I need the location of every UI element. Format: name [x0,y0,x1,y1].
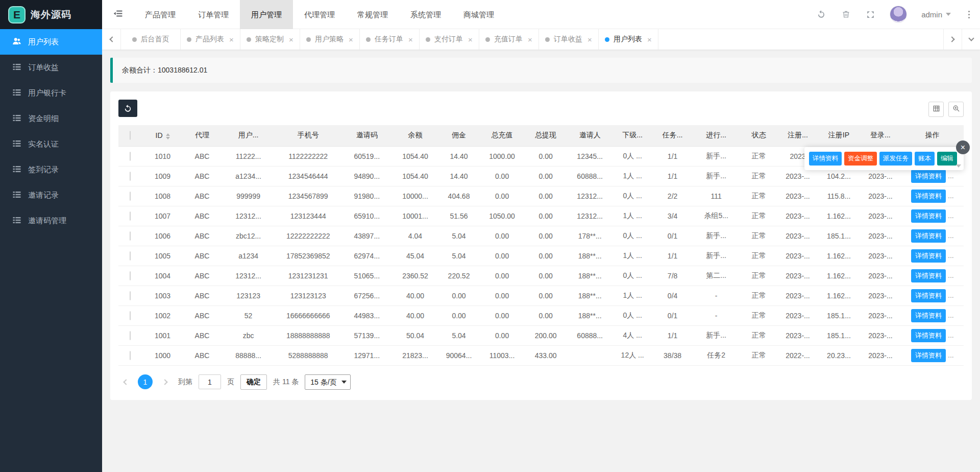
column-settings-button[interactable] [928,102,944,117]
column-header-代理[interactable]: 代理 [183,125,221,146]
popup-button-账本[interactable]: 账本 [915,152,935,166]
details-button[interactable]: 详情资料 [911,349,946,362]
more-dots-icon[interactable] [965,10,973,19]
column-header-用户...[interactable]: 用户... [222,125,276,146]
tab-close-icon[interactable]: × [408,36,413,43]
tab-后台首页[interactable]: 后台首页 [120,29,180,50]
column-header-ID[interactable]: ID [142,125,183,146]
column-header-状态[interactable]: 状态 [740,125,777,146]
sidebar-item-实名认证[interactable]: 实名认证 [0,131,102,157]
collapse-menu-button[interactable] [102,0,134,29]
tabs-scroll-left-button[interactable] [102,29,120,50]
topnav-item-订单管理[interactable]: 订单管理 [187,0,240,29]
tab-close-icon[interactable]: × [468,36,473,43]
sidebar-item-邀请码管理[interactable]: 邀请码管理 [0,208,102,233]
row-checkbox[interactable] [130,251,131,261]
row-checkbox[interactable] [130,231,131,241]
popup-button-编辑[interactable]: 编辑 [937,152,957,166]
row-checkbox[interactable] [130,311,131,320]
popup-button-派发任务[interactable]: 派发任务 [879,152,912,166]
tab-充值订单[interactable]: 充值订单× [479,29,538,50]
details-button[interactable]: 详情资料 [911,190,946,203]
column-header-进行...[interactable]: 进行... [692,125,740,146]
user-menu[interactable]: admin [921,10,951,19]
tab-用户策略[interactable]: 用户策略× [300,29,359,50]
tab-close-icon[interactable]: × [528,36,532,43]
tabs-scroll-right-button[interactable] [943,29,962,50]
tab-策略定制[interactable]: 策略定制× [240,29,300,50]
tab-订单收益[interactable]: 订单收益× [538,29,598,50]
sidebar-item-资金明细[interactable]: 资金明细 [0,106,102,131]
row-checkbox[interactable] [130,351,131,360]
topnav-item-商城管理[interactable]: 商城管理 [452,0,505,29]
column-header-余额[interactable]: 余额 [393,125,438,146]
row-checkbox[interactable] [130,271,131,280]
column-header-注册IP[interactable]: 注册IP [818,125,860,146]
topnav-item-产品管理[interactable]: 产品管理 [134,0,187,29]
sidebar-item-邀请记录[interactable]: 邀请记录 [0,182,102,208]
column-header-总充值[interactable]: 总充值 [480,125,524,146]
tab-产品列表[interactable]: 产品列表× [180,29,240,50]
prev-page-button[interactable] [118,375,132,389]
row-checkbox[interactable] [130,331,131,340]
table-search-button[interactable] [948,102,964,117]
column-header-邀请人[interactable]: 邀请人 [568,125,612,146]
sidebar-item-签到记录[interactable]: 签到记录 [0,157,102,182]
column-header-佣金[interactable]: 佣金 [437,125,480,146]
details-button[interactable]: 详情资料 [911,269,946,282]
tab-close-icon[interactable]: × [289,36,293,43]
sidebar-item-用户银行卡[interactable]: 用户银行卡 [0,80,102,106]
details-button[interactable]: 详情资料 [911,209,946,223]
topnav-item-常规管理[interactable]: 常规管理 [346,0,399,29]
tab-用户列表[interactable]: 用户列表× [598,29,658,50]
page-size-select[interactable]: 15 条/页 [305,374,351,390]
details-button[interactable]: 详情资料 [911,229,946,243]
row-checkbox[interactable] [130,291,131,300]
details-button[interactable]: 详情资料 [911,170,946,183]
confirm-page-button[interactable]: 确定 [240,374,267,390]
tab-close-icon[interactable]: × [587,36,592,43]
page-number-button[interactable]: 1 [138,374,153,389]
tab-label: 策略定制 [255,35,284,44]
table-refresh-button[interactable] [118,100,137,117]
details-button[interactable]: 详情资料 [911,249,946,263]
details-button[interactable]: 详情资料 [911,329,946,342]
column-header-总提现[interactable]: 总提现 [524,125,568,146]
column-header-注册...[interactable]: 注册... [777,125,818,146]
topnav-item-代理管理[interactable]: 代理管理 [293,0,346,29]
tab-支付订单[interactable]: 支付订单× [419,29,479,50]
popup-button-详情资料[interactable]: 详情资料 [809,152,842,166]
column-header-下级...[interactable]: 下级... [612,125,652,146]
details-button[interactable]: 详情资料 [911,289,946,302]
tab-close-icon[interactable]: × [349,36,353,43]
column-header-登录...[interactable]: 登录... [860,125,901,146]
select-all-checkbox[interactable] [130,131,131,140]
details-button[interactable]: 详情资料 [911,309,946,322]
row-checkbox[interactable] [130,172,131,181]
fullscreen-icon[interactable] [865,9,875,19]
tab-任务订单[interactable]: 任务订单× [359,29,419,50]
column-header-手机号[interactable]: 手机号 [276,125,341,146]
refresh-icon[interactable] [816,9,826,19]
trash-icon[interactable] [841,9,851,19]
next-page-button[interactable] [159,375,172,389]
popup-close-icon[interactable]: × [956,140,970,154]
topnav-item-用户管理[interactable]: 用户管理 [240,0,293,29]
topnav-item-系统管理[interactable]: 系统管理 [399,0,452,29]
column-header-操作[interactable]: 操作 [901,125,964,146]
goto-page-input[interactable] [199,374,221,389]
column-header-任务...[interactable]: 任务... [653,125,692,146]
row-checkbox[interactable] [130,192,131,201]
sort-icon[interactable] [166,133,170,139]
row-checkbox[interactable] [130,152,131,161]
popup-button-资金调整[interactable]: 资金调整 [844,152,877,166]
sidebar-item-用户列表[interactable]: 用户列表 [0,29,102,55]
row-checkbox[interactable] [130,211,131,221]
table-cell: 新手... [692,246,740,266]
avatar[interactable] [890,6,907,23]
column-header-邀请码[interactable]: 邀请码 [341,125,393,146]
tabs-menu-button[interactable] [962,29,980,50]
sidebar-item-订单收益[interactable]: 订单收益 [0,55,102,80]
tab-close-icon[interactable]: × [647,36,652,43]
tab-close-icon[interactable]: × [229,36,234,43]
